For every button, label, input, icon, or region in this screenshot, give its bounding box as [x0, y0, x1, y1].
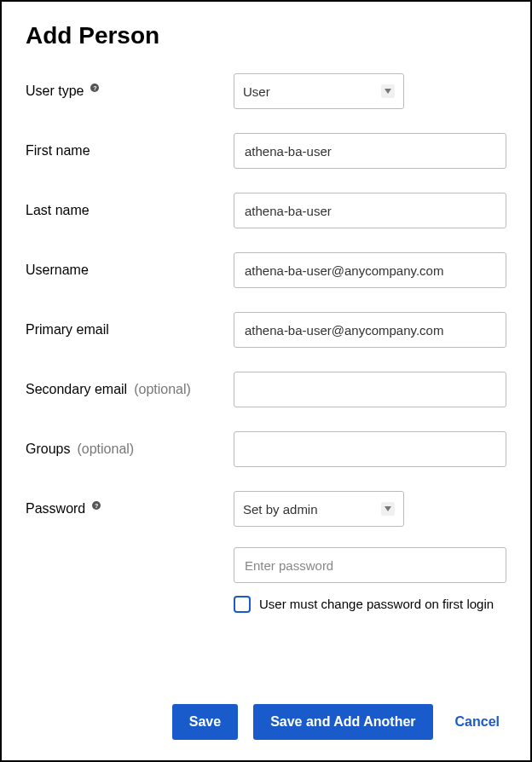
- username-input[interactable]: [234, 252, 506, 288]
- help-icon[interactable]: ?: [92, 501, 101, 510]
- row-user-type: User type ? User: [26, 73, 506, 109]
- label-first-name-text: First name: [26, 143, 90, 159]
- first-name-input[interactable]: [234, 133, 506, 169]
- label-primary-email-text: Primary email: [26, 322, 109, 338]
- label-primary-email: Primary email: [26, 312, 234, 338]
- label-secondary-email: Secondary email (optional): [26, 372, 234, 397]
- label-username: Username: [26, 252, 234, 278]
- password-mode-select[interactable]: Set by admin: [234, 491, 404, 527]
- optional-text: (optional): [134, 382, 191, 397]
- page-title: Add Person: [26, 22, 506, 49]
- row-first-name: First name: [26, 133, 506, 169]
- groups-input[interactable]: [234, 431, 506, 467]
- label-groups: Groups (optional): [26, 431, 234, 457]
- label-username-text: Username: [26, 263, 89, 278]
- label-secondary-email-text: Secondary email: [26, 382, 127, 397]
- password-change-checkbox[interactable]: [234, 596, 251, 613]
- label-groups-text: Groups: [26, 442, 70, 457]
- label-password: Password ?: [26, 491, 234, 517]
- button-bar: Save Save and Add Another Cancel: [26, 704, 506, 740]
- label-password-text: Password: [26, 501, 85, 517]
- user-type-value: User: [243, 84, 270, 99]
- label-user-type: User type ?: [26, 73, 234, 99]
- row-groups: Groups (optional): [26, 431, 506, 467]
- last-name-input[interactable]: [234, 193, 506, 228]
- label-last-name-text: Last name: [26, 203, 90, 218]
- label-first-name: First name: [26, 133, 234, 159]
- save-button[interactable]: Save: [172, 704, 238, 740]
- password-change-checkbox-row: User must change password on first login: [234, 595, 506, 615]
- password-mode-value: Set by admin: [243, 502, 318, 517]
- row-username: Username: [26, 252, 506, 288]
- password-input[interactable]: [234, 547, 506, 583]
- chevron-down-icon: [381, 84, 395, 98]
- row-password: Password ? Set by admin User must change…: [26, 491, 506, 615]
- save-add-another-button[interactable]: Save and Add Another: [253, 704, 432, 740]
- optional-text: (optional): [77, 442, 134, 457]
- primary-email-input[interactable]: [234, 312, 506, 348]
- label-last-name: Last name: [26, 193, 234, 218]
- cancel-button[interactable]: Cancel: [448, 704, 506, 740]
- user-type-select[interactable]: User: [234, 73, 404, 109]
- secondary-email-input[interactable]: [234, 372, 506, 407]
- label-user-type-text: User type: [26, 84, 84, 99]
- row-last-name: Last name: [26, 193, 506, 228]
- password-change-checkbox-label: User must change password on first login: [259, 595, 494, 615]
- row-primary-email: Primary email: [26, 312, 506, 348]
- chevron-down-icon: [381, 502, 395, 516]
- help-icon[interactable]: ?: [90, 84, 99, 92]
- row-secondary-email: Secondary email (optional): [26, 372, 506, 407]
